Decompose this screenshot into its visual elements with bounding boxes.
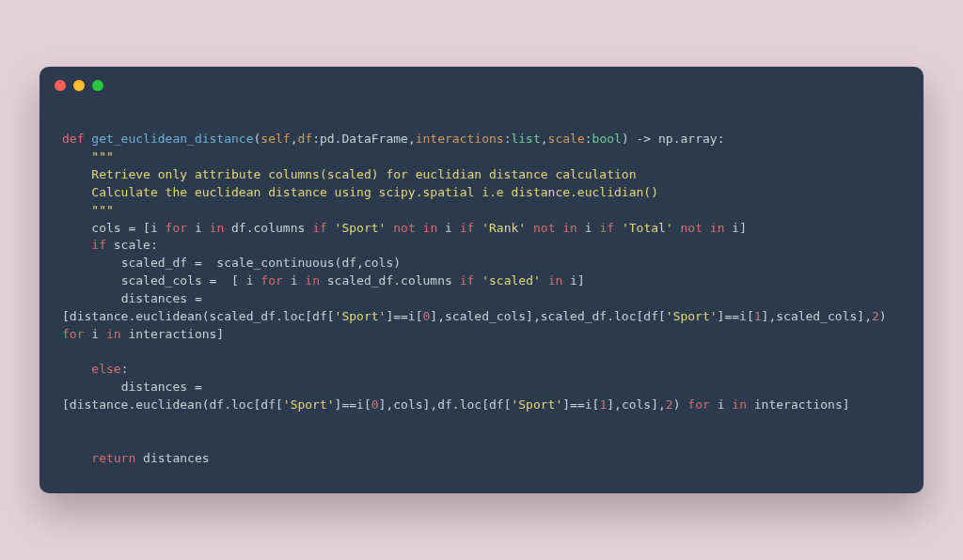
maximize-icon[interactable] <box>92 80 103 91</box>
type-bool: bool <box>592 132 622 146</box>
var-i: i <box>84 327 105 341</box>
keyword-in: in <box>555 221 576 235</box>
code-content: def get_euclidean_distance(self,df:pd.Da… <box>39 99 924 494</box>
dist-mid: ],scaled_cols], <box>762 309 872 323</box>
keyword-return: return <box>91 451 135 465</box>
keyword-in: in <box>210 221 225 235</box>
docstring-line: Calculate the euclidean distance using s… <box>62 185 658 199</box>
keyword-in: in <box>106 327 121 341</box>
dist-mid: ]==i[ <box>386 309 422 323</box>
colon: : <box>585 132 592 146</box>
scale-var: scale: <box>106 238 158 252</box>
keyword-not: not <box>681 221 703 235</box>
type-dataframe: pd.DataFrame <box>320 132 408 146</box>
keyword-in: in <box>548 273 563 288</box>
keyword-for: for <box>260 273 282 288</box>
type-list: list <box>511 132 540 146</box>
var-i: i <box>710 397 732 412</box>
indent <box>62 451 91 465</box>
close-paren: ) <box>622 132 629 146</box>
keyword-if: if <box>460 273 475 288</box>
colon: : <box>121 362 129 376</box>
keyword-in: in <box>732 397 747 412</box>
num-two: 2 <box>872 309 879 323</box>
var-i: i <box>283 273 305 288</box>
scaled-cols-start: scaled_cols = [ i <box>62 273 260 288</box>
keyword-for: for <box>687 397 709 412</box>
keyword-if: if <box>599 221 614 235</box>
param-df: df <box>297 132 312 146</box>
dist-mid: ]==i[ <box>335 397 371 412</box>
docstring-close: """ <box>62 203 114 217</box>
string-sport: 'Sport' <box>511 397 562 412</box>
dist-mid: ],cols], <box>607 397 666 412</box>
distances-assign: distances = <box>62 380 210 394</box>
dist-expr-start: [distance.euclidean(scaled_df.loc[df[ <box>62 309 335 323</box>
distances-assign: distances = <box>62 291 210 305</box>
dist-mid: ],scaled_cols],scaled_df.loc[df[ <box>430 309 665 323</box>
keyword-in: in <box>703 221 724 235</box>
num-zero: 0 <box>371 397 379 412</box>
docstring-line: Retrieve only attribute columns(scaled) … <box>62 167 637 181</box>
keyword-not: not <box>393 221 415 235</box>
string-sport: 'Sport' <box>283 397 335 412</box>
function-name: get_euclidean_distance <box>91 132 253 146</box>
dist-mid: ],cols],df.loc[df[ <box>379 397 512 412</box>
num-two: 2 <box>666 397 673 412</box>
interactions-end: interactions] <box>747 397 850 412</box>
var-i: i <box>187 221 209 235</box>
minimize-icon[interactable] <box>73 80 85 91</box>
comma: , <box>541 132 548 146</box>
keyword-if: if <box>312 221 327 235</box>
scaled-df-line: scaled_df = scale_continuous(df,cols) <box>62 256 401 270</box>
var-i: i <box>577 221 599 235</box>
indent <box>62 238 91 252</box>
interactions-end: interactions] <box>121 327 225 341</box>
string-sport: 'Sport' <box>666 309 718 323</box>
dist-mid: ]==i[ <box>562 397 599 412</box>
num-one: 1 <box>754 309 762 323</box>
keyword-in: in <box>416 221 437 235</box>
colon: : <box>312 132 320 146</box>
string-sport: 'Sport' <box>327 221 393 235</box>
var-i: i <box>437 221 459 235</box>
arrow: -> <box>629 132 658 146</box>
keyword-def: def <box>62 132 84 146</box>
keyword-if: if <box>91 238 106 252</box>
string-scaled: 'scaled' <box>474 273 547 288</box>
keyword-for: for <box>62 327 84 341</box>
dist-mid: ]==i[ <box>718 309 754 323</box>
param-scale: scale <box>548 132 585 146</box>
return-type: np.array <box>658 132 718 146</box>
scaled-df-cols: scaled_df.columns <box>320 273 460 288</box>
indent <box>62 221 91 235</box>
dist-mid: ) <box>879 309 894 323</box>
var-i-end: i] <box>562 273 584 288</box>
string-rank: 'Rank' <box>474 221 533 235</box>
string-sport: 'Sport' <box>335 309 387 323</box>
param-self: self <box>260 132 290 146</box>
keyword-not: not <box>533 221 555 235</box>
comma: , <box>408 132 416 146</box>
colon: : <box>718 132 725 146</box>
keyword-in: in <box>305 273 320 288</box>
dist-mid: ) <box>673 397 688 412</box>
keyword-if: if <box>460 221 475 235</box>
param-interactions: interactions <box>416 132 504 146</box>
docstring-open: """ <box>62 149 114 163</box>
string-total: 'Total' <box>614 221 680 235</box>
keyword-else: else <box>91 362 120 376</box>
dist-expr-start: [distance.euclidean(df.loc[df[ <box>62 397 283 412</box>
cols-assign: cols = [i <box>91 221 165 235</box>
df-columns: df.columns <box>224 221 312 235</box>
window-controls <box>39 67 924 99</box>
close-icon[interactable] <box>55 80 66 91</box>
code-window: def get_euclidean_distance(self,df:pd.Da… <box>39 67 924 494</box>
return-var: distances <box>135 451 209 465</box>
indent <box>62 362 91 376</box>
var-i-end: i] <box>725 221 747 235</box>
keyword-for: for <box>166 221 187 235</box>
